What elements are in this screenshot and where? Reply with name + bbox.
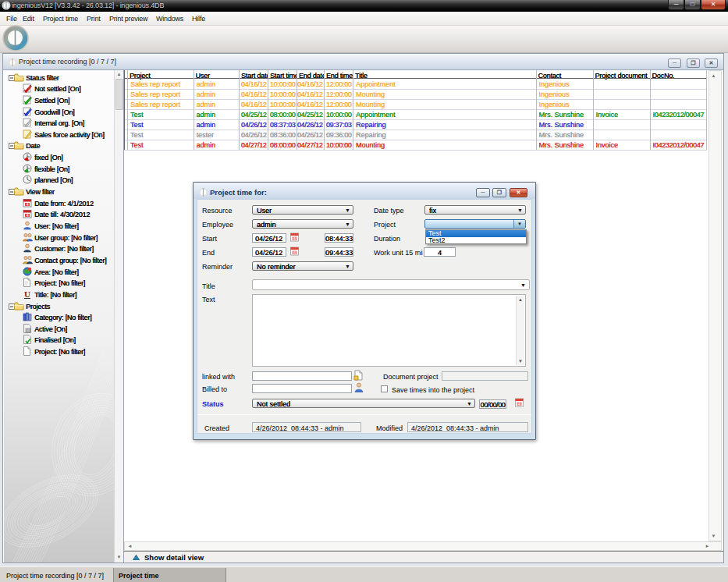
svg-text:4: 4 [27,201,29,206]
svg-text:4: 4 [518,402,520,406]
svg-text:4: 4 [293,250,296,255]
svg-text:4: 4 [293,236,296,241]
svg-text:U: U [24,289,30,299]
svg-text:4: 4 [27,213,29,218]
